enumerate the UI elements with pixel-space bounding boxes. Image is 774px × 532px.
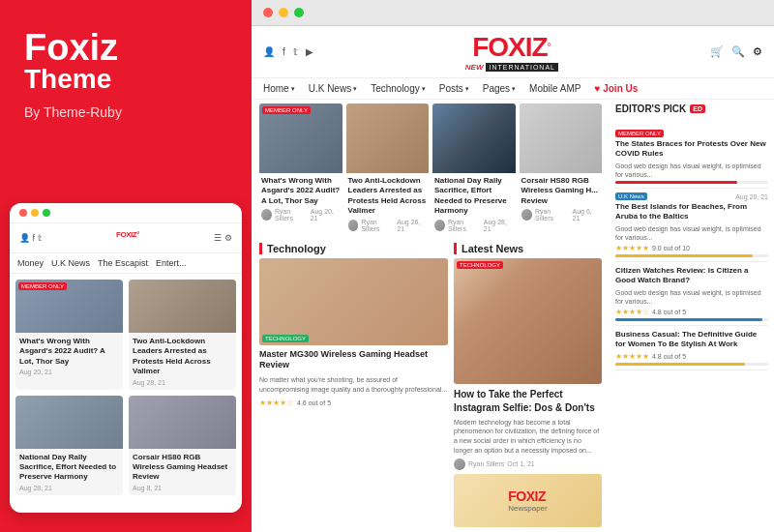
site-nav: Home▾ U.K News▾ Technology▾ Posts▾ Pages… bbox=[252, 78, 774, 100]
browser-dot-red bbox=[263, 8, 273, 17]
hero-card-meta-1: Ryan Sillers Aug 20, 21 bbox=[261, 208, 341, 222]
mobile-card-title-4: Corsair HS80 RGB Wireless Gaming Headset… bbox=[133, 453, 232, 483]
latest-news-column: Latest News TECHNOLOGY How to Take the P… bbox=[454, 239, 602, 527]
by-line: By Theme-Ruby bbox=[24, 104, 227, 120]
hero-card-title-2: Two Anti-Lockdown Leaders Arrested as Pr… bbox=[348, 176, 428, 217]
mobile-card-body-2: Two Anti-Lockdown Leaders Arrested as Pr… bbox=[129, 333, 236, 390]
pick-date-2: Aug 20, 21 bbox=[735, 193, 768, 200]
mobile-nav-escapist[interactable]: The Escapist bbox=[98, 258, 148, 268]
pick-item-3[interactable]: Citizen Watches Review: Is Citizen a Goo… bbox=[615, 262, 768, 326]
latest-news-main-card[interactable]: TECHNOLOGY How to Take the Perfect Insta… bbox=[454, 258, 602, 470]
pick-progress-1 bbox=[615, 181, 768, 184]
tech-stars: ★★★★☆ bbox=[259, 399, 293, 407]
nav-uknews[interactable]: U.K News▾ bbox=[309, 83, 357, 94]
mobile-nav: Money U.K News The Escapist Entert... bbox=[10, 253, 242, 274]
nav-technology[interactable]: Technology▾ bbox=[371, 83, 426, 94]
mobile-card-1[interactable]: MEMBER ONLY What's Wrong With Asgard's 2… bbox=[15, 280, 123, 390]
hero-card-title-1: What's Wrong With Asgard's 2022 Audit? A… bbox=[261, 176, 341, 206]
pick-rating-3: ★★★★☆ 4.8 out of 5 bbox=[615, 308, 768, 316]
site-header: 👤 f 𝕥 ▶ FOXIZ° NEW INTERNATIONAL 🛒 🔍 ⚙ bbox=[252, 26, 774, 78]
hero-badge-1: MEMBER ONLY bbox=[262, 106, 311, 114]
pick-title-1: The States Braces for Protests Over New … bbox=[615, 139, 768, 160]
hero-card-3[interactable]: National Day Rally Sacrifice, Effort Nee… bbox=[432, 103, 516, 235]
mobile-card-title-1: What's Wrong With Asgard's 2022 Audit? A… bbox=[19, 337, 119, 367]
editors-pick-heading: EDITOR'S PICK ED bbox=[615, 103, 768, 114]
mobile-nav-entert[interactable]: Entert... bbox=[156, 258, 187, 268]
mobile-card-2[interactable]: Two Anti-Lockdown Leaders Arrested as Pr… bbox=[129, 280, 236, 390]
mobile-nav-money[interactable]: Money bbox=[17, 258, 44, 268]
person-icon: 👤 bbox=[263, 46, 275, 57]
pick-progress-fill-2 bbox=[615, 254, 753, 257]
mobile-top-bar bbox=[10, 203, 242, 223]
pick-item-2-header: U.K News Aug 20, 21 bbox=[615, 192, 768, 202]
mobile-mockup: 👤 f 𝕥 FOXIZ° ☰ ⚙ Money U.K News The Esca… bbox=[10, 203, 242, 513]
technology-section-title: Technology bbox=[259, 243, 448, 254]
hero-card-body-1: What's Wrong With Asgard's 2022 Audit? A… bbox=[259, 173, 342, 224]
nav-pages[interactable]: Pages▾ bbox=[483, 83, 516, 94]
mobile-card-date-1: Aug 20, 21 bbox=[19, 369, 119, 375]
foxiz-newspaper-title: FOXIZ bbox=[508, 488, 547, 504]
pick-item-1[interactable]: MEMBER ONLY The States Braces for Protes… bbox=[615, 118, 768, 189]
cart-icon[interactable]: 🛒 bbox=[710, 45, 724, 58]
pick-desc-1: Good web design has visual weight, is op… bbox=[615, 162, 768, 179]
browser-panel: 👤 f 𝕥 ▶ FOXIZ° NEW INTERNATIONAL 🛒 🔍 ⚙ bbox=[252, 0, 774, 532]
mobile-card-4[interactable]: Corsair HS80 RGB Wireless Gaming Headset… bbox=[129, 396, 236, 495]
pick-item-2[interactable]: U.K News Aug 20, 21 The Best Islands for… bbox=[615, 189, 768, 262]
nav-posts[interactable]: Posts▾ bbox=[439, 83, 469, 94]
hero-card-2[interactable]: Two Anti-Lockdown Leaders Arrested as Pr… bbox=[346, 103, 430, 235]
mobile-nav-uknews[interactable]: U.K News bbox=[51, 258, 90, 268]
mobile-card-body-1: What's Wrong With Asgard's 2022 Audit? A… bbox=[15, 333, 123, 379]
mobile-card-title-3: National Day Rally Sacrifice, Effort Nee… bbox=[19, 453, 119, 483]
brand-subtitle: Theme bbox=[24, 66, 227, 93]
editors-pick-sidebar: EDITOR'S PICK ED MEMBER ONLY The States … bbox=[610, 100, 774, 532]
mobile-header-right: ☰ ⚙ bbox=[214, 233, 232, 243]
youtube-icon[interactable]: ▶ bbox=[306, 46, 313, 57]
hero-card-body-4: Corsair HS80 RGB Wireless Gaming H... Re… bbox=[520, 173, 603, 224]
hero-img-2 bbox=[346, 103, 430, 173]
pick-stars-4: ★★★★★ bbox=[615, 352, 649, 361]
pick-stars-2: ★★★★★ bbox=[615, 244, 649, 252]
hero-card-1[interactable]: MEMBER ONLY What's Wrong With Asgard's 2… bbox=[259, 103, 342, 235]
left-panel: Foxiz Theme By Theme-Ruby 👤 f 𝕥 FOXIZ° ☰… bbox=[0, 0, 252, 532]
mobile-dot-green bbox=[43, 209, 50, 217]
pick-progress-fill-1 bbox=[615, 181, 737, 184]
pick-desc-2: Good web design has visual weight, is op… bbox=[615, 224, 768, 242]
mobile-badge-1: MEMBER ONLY bbox=[18, 282, 67, 290]
mobile-card-3[interactable]: National Day Rally Sacrifice, Effort Nee… bbox=[15, 396, 123, 495]
latest-news-section-title: Latest News bbox=[454, 243, 602, 254]
mobile-card-date-2: Aug 28, 21 bbox=[133, 379, 232, 386]
hero-card-body-2: Two Anti-Lockdown Leaders Arrested as Pr… bbox=[346, 173, 430, 235]
nav-mobile-amp[interactable]: Mobile AMP bbox=[529, 83, 580, 94]
nav-home[interactable]: Home▾ bbox=[263, 83, 295, 94]
latest-badge: TECHNOLOGY bbox=[457, 261, 503, 269]
author-avatar-1 bbox=[261, 209, 272, 221]
pick-rating-4: ★★★★★ 4.8 out of 5 bbox=[615, 352, 768, 361]
author-avatar-4 bbox=[521, 209, 532, 221]
hero-card-4[interactable]: Corsair HS80 RGB Wireless Gaming H... Re… bbox=[520, 103, 603, 235]
pick-progress-2 bbox=[615, 254, 768, 257]
content-columns: Technology TECHNOLOGY Master MG300 Wirel… bbox=[259, 239, 602, 527]
hero-card-body-3: National Day Rally Sacrifice, Effort Nee… bbox=[432, 173, 516, 235]
tech-card-title: Master MG300 Wireless Gaming Headset Rev… bbox=[259, 349, 448, 371]
pick-item-4[interactable]: Business Casual: The Definitive Guide fo… bbox=[615, 326, 768, 370]
browser-dot-green bbox=[294, 8, 304, 17]
latest-article-title: How to Take the Perfect Instagram Selfie… bbox=[454, 388, 602, 415]
tech-card-desc: No matter what you're shooting, be assur… bbox=[259, 375, 448, 395]
facebook-icon[interactable]: f bbox=[283, 46, 285, 57]
settings-icon[interactable]: ⚙ bbox=[753, 45, 762, 58]
search-icon[interactable]: 🔍 bbox=[731, 45, 745, 58]
hero-card-title-4: Corsair HS80 RGB Wireless Gaming H... Re… bbox=[521, 176, 601, 206]
mobile-dot-red bbox=[19, 209, 27, 217]
tech-rating-text: 4.6 out of 5 bbox=[297, 399, 331, 406]
browser-dot-yellow bbox=[279, 8, 288, 17]
pick-rating-num-2: 9.0 out of 10 bbox=[652, 245, 690, 251]
pick-rating-num-4: 4.8 out of 5 bbox=[652, 353, 686, 360]
tech-card-img: TECHNOLOGY bbox=[259, 258, 448, 345]
twitter-icon[interactable]: 𝕥 bbox=[293, 46, 298, 57]
mobile-card-img-3 bbox=[15, 396, 123, 449]
site-header-social: 👤 f 𝕥 ▶ bbox=[263, 46, 313, 57]
browser-website-content: 👤 f 𝕥 ▶ FOXIZ° NEW INTERNATIONAL 🛒 🔍 ⚙ bbox=[252, 26, 774, 532]
tech-card[interactable]: TECHNOLOGY Master MG300 Wireless Gaming … bbox=[259, 258, 448, 407]
nav-join-us[interactable]: ♥ Join Us bbox=[594, 83, 638, 94]
site-logo-intl: INTERNATIONAL bbox=[486, 63, 558, 72]
